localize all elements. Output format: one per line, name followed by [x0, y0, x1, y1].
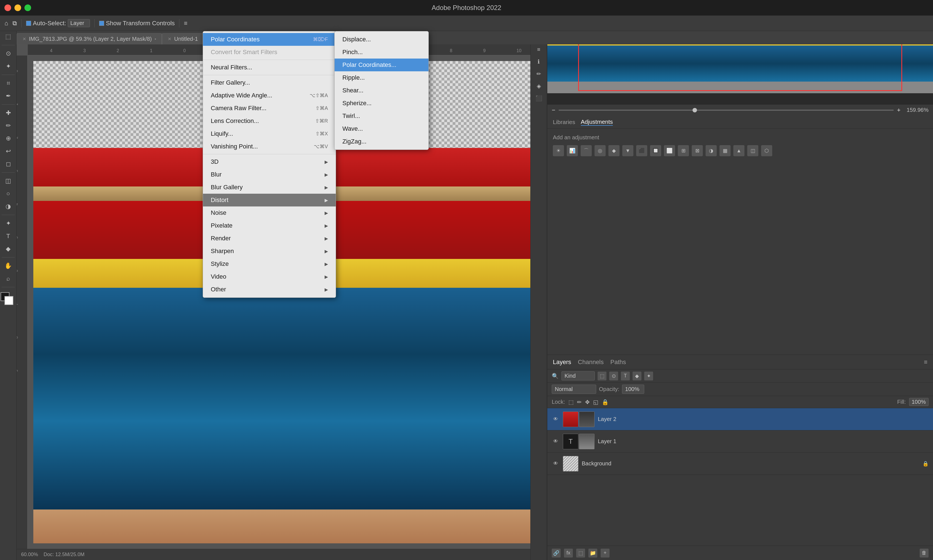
menu-item-video[interactable]: Video ▶ [203, 270, 336, 283]
zoom-plus-icon[interactable]: + [897, 106, 901, 114]
tab-adjustments[interactable]: Adjustments [581, 118, 613, 126]
blend-mode-dropdown[interactable]: Normal [552, 385, 596, 394]
menu-item-filter-gallery[interactable]: Filter Gallery... [203, 76, 336, 89]
submenu-shear[interactable]: Shear... [335, 84, 429, 97]
zoom-slider[interactable] [559, 109, 894, 111]
link-layers-btn[interactable]: 🔗 [552, 549, 561, 557]
background-color[interactable] [5, 296, 13, 305]
maximize-button[interactable] [25, 5, 31, 11]
minimize-button[interactable] [14, 5, 21, 11]
auto-select-checkbox[interactable] [26, 21, 31, 26]
lock-transparent-icon[interactable]: ⬚ [568, 399, 574, 405]
adj-gradient-map[interactable]: ◫ [747, 145, 758, 156]
layers-tab-channels[interactable]: Channels [578, 358, 604, 366]
lock-all-icon[interactable]: 🔒 [602, 399, 609, 405]
adj-brightness[interactable]: ☀ [553, 145, 564, 156]
toolbar-extra-button[interactable]: ≡ [184, 20, 187, 27]
brush-tool[interactable]: ✏ [3, 120, 14, 131]
adj-photo-filter[interactable]: ⬜ [664, 145, 675, 156]
menu-item-sharpen[interactable]: Sharpen ▶ [203, 245, 336, 257]
menu-item-camera-raw[interactable]: Camera Raw Filter... ⇧⌘A [203, 102, 336, 115]
layer-row-layer1[interactable]: 👁 T Layer 1 [547, 431, 933, 452]
lock-image-icon[interactable]: ✏ [577, 399, 582, 405]
adj-vibrance[interactable]: ◆ [608, 145, 620, 156]
submenu-displace[interactable]: Displace... [335, 33, 429, 46]
layers-tab-paths[interactable]: Paths [610, 358, 626, 366]
opacity-value[interactable]: 100% [622, 385, 644, 394]
filter-kind-dropdown[interactable]: Kind [561, 371, 595, 380]
adj-invert[interactable]: ◑ [706, 145, 717, 156]
filter-smart-btn[interactable]: ✦ [644, 372, 653, 380]
right-tool-7[interactable]: ⬛ [533, 93, 544, 104]
adj-bw[interactable]: 🔲 [650, 145, 661, 156]
menu-item-liquify[interactable]: Liquify... ⇧⌘X [203, 128, 336, 140]
filter-type-btn[interactable]: T [621, 372, 630, 380]
tab-close-icon1[interactable]: ✕ [23, 36, 26, 42]
layer1-eye-icon[interactable]: 👁 [552, 438, 560, 445]
layers-panel-menu-icon[interactable]: ≡ [924, 358, 927, 366]
shape-tool[interactable]: ◆ [3, 243, 14, 254]
menu-item-noise[interactable]: Noise ▶ [203, 206, 336, 219]
submenu-wave[interactable]: Wave... [335, 122, 429, 135]
menu-item-polar-coordinates-top[interactable]: Polar Coordinates ⌘⌦F [203, 33, 336, 46]
zoom-level-display[interactable]: 159.96% [907, 107, 928, 113]
new-layer-btn[interactable]: + [601, 549, 609, 557]
add-style-btn[interactable]: fx [564, 549, 573, 557]
submenu-zigzag[interactable]: ZigZag... [335, 135, 429, 148]
tab-close-icon2[interactable]: ✕ [168, 36, 171, 42]
adj-levels[interactable]: 📊 [567, 145, 578, 156]
close-button[interactable] [5, 5, 11, 11]
menu-item-lens[interactable]: Lens Correction... ⇧⌘R [203, 115, 336, 128]
history-tool[interactable]: ↩ [3, 146, 14, 157]
submenu-ripple[interactable]: Ripple... [335, 71, 429, 84]
lock-artboard-icon[interactable]: ◱ [593, 399, 598, 405]
menu-item-other[interactable]: Other ▶ [203, 283, 336, 296]
transform-checkbox[interactable] [99, 21, 104, 26]
zoom-slider-thumb[interactable] [692, 108, 697, 112]
submenu-pinch[interactable]: Pinch... [335, 46, 429, 58]
zoom-minus-icon[interactable]: − [552, 106, 555, 114]
menu-item-blur[interactable]: Blur ▶ [203, 168, 336, 181]
magic-wand-tool[interactable]: ✦ [3, 61, 14, 72]
filter-pixel-btn[interactable]: ⬚ [598, 372, 606, 380]
arrange-button[interactable]: ⧉ [12, 20, 17, 27]
hand-tool[interactable]: ✋ [3, 260, 14, 271]
blur-tool[interactable]: ○ [3, 188, 14, 199]
menu-item-render[interactable]: Render ▶ [203, 232, 336, 245]
layer-row-background[interactable]: 👁 Background 🔒 [547, 452, 933, 475]
menu-item-vanishing[interactable]: Vanishing Point... ⌥⌘V [203, 140, 336, 153]
layer-dropdown[interactable]: Layer [68, 19, 90, 27]
adj-color-balance[interactable]: ⬛ [636, 145, 647, 156]
zoom-tool[interactable]: ⌕ [3, 273, 14, 284]
lasso-tool[interactable]: ⊙ [3, 48, 14, 59]
lock-position-icon[interactable]: ✥ [585, 399, 590, 405]
gradient-tool[interactable]: ◫ [3, 175, 14, 186]
adj-hsl[interactable]: ▼ [622, 145, 633, 156]
adj-channel-mixer[interactable]: ⊞ [678, 145, 689, 156]
adj-exposure[interactable]: ◎ [595, 145, 606, 156]
submenu-polar-coordinates[interactable]: Polar Coordinates... [335, 58, 429, 71]
layers-tab-layers[interactable]: Layers [553, 358, 571, 366]
layer2-eye-icon[interactable]: 👁 [552, 415, 560, 423]
filter-adjustment-btn[interactable]: ⊙ [609, 372, 618, 380]
zoom-status[interactable]: 60.00% [21, 552, 38, 557]
fill-value[interactable]: 100% [909, 398, 928, 406]
right-tool-3[interactable]: ≡ [533, 44, 544, 55]
menu-item-stylize[interactable]: Stylize ▶ [203, 257, 336, 270]
menu-item-pixelate[interactable]: Pixelate ▶ [203, 219, 336, 232]
menu-item-3d[interactable]: 3D ▶ [203, 155, 336, 168]
adj-threshold[interactable]: ▲ [733, 145, 745, 156]
menu-item-blur-gallery[interactable]: Blur Gallery ▶ [203, 181, 336, 194]
menu-item-adaptive[interactable]: Adaptive Wide Angle... ⌥⇧⌘A [203, 89, 336, 102]
submenu-twirl[interactable]: Twirl... [335, 109, 429, 122]
adj-selective-color[interactable]: ⬡ [761, 145, 772, 156]
adj-color-lookup[interactable]: ⊠ [692, 145, 703, 156]
eyedropper-tool[interactable]: ✒ [3, 91, 14, 102]
right-tool-6[interactable]: ◈ [533, 80, 544, 92]
background-eye-icon[interactable]: 👁 [552, 460, 560, 468]
dodge-tool[interactable]: ◑ [3, 201, 14, 212]
layer-row-layer2[interactable]: 👁 Layer 2 [547, 408, 933, 431]
adj-curves[interactable]: ⌒ [581, 145, 592, 156]
clone-tool[interactable]: ⊕ [3, 133, 14, 144]
add-mask-btn[interactable]: ⬚ [576, 549, 585, 557]
